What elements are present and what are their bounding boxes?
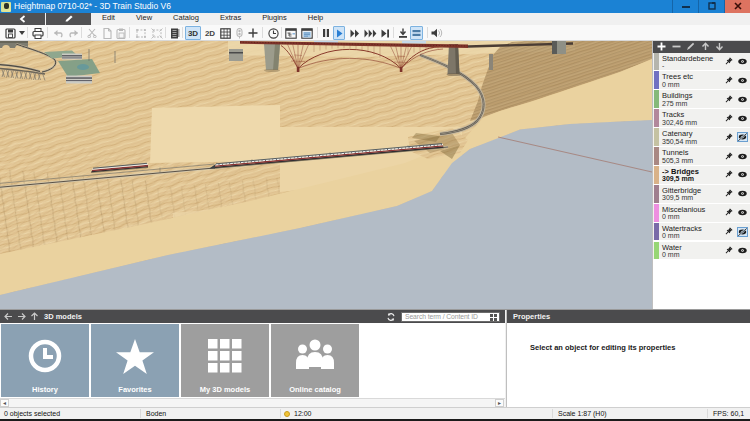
layer-row-tracks[interactable]: Tracks 302,46 mm: [653, 109, 750, 127]
menu-item-view[interactable]: View: [127, 13, 164, 23]
eye-icon: [738, 153, 747, 160]
align-tracks-button[interactable]: [410, 26, 423, 40]
menu-item-extras[interactable]: Extras: [211, 13, 253, 23]
pin-icon[interactable]: [724, 189, 733, 198]
models-panel: 3D models Search term / Content ID Histo…: [0, 310, 505, 407]
pin-icon[interactable]: [724, 57, 733, 66]
layer-row-trees-etc[interactable]: Trees etc 0 mm: [653, 71, 750, 89]
pin-icon[interactable]: [724, 246, 733, 255]
nav-forward-icon[interactable]: [17, 312, 26, 321]
grid-toggle-button[interactable]: [218, 26, 232, 40]
edit-layer-icon[interactable]: [686, 42, 695, 51]
scroll-right-button[interactable]: ▸: [495, 399, 504, 407]
pin-icon[interactable]: [724, 114, 733, 123]
pin-icon[interactable]: [724, 133, 733, 142]
pin-icon[interactable]: [724, 95, 733, 104]
save-dropdown-button[interactable]: [18, 26, 26, 40]
maximize-button[interactable]: [698, 0, 724, 13]
layer-name: Standardebene: [662, 54, 713, 63]
menu-item-edit[interactable]: Edit: [93, 13, 127, 23]
view-2d-button[interactable]: 2D: [203, 26, 217, 40]
layer-visibility-toggle[interactable]: [737, 227, 748, 237]
layer-visibility-toggle[interactable]: [737, 246, 748, 256]
pin-icon[interactable]: [724, 170, 733, 179]
print-button[interactable]: [31, 26, 45, 40]
scroll-left-button[interactable]: ◂: [0, 399, 9, 407]
menu-item-help[interactable]: Help: [299, 13, 335, 23]
layer-visibility-toggle[interactable]: [737, 132, 748, 142]
fastest-forward-button[interactable]: [362, 26, 378, 40]
fast-forward-button[interactable]: [348, 26, 361, 40]
play-button[interactable]: [333, 26, 345, 40]
view-3d-button[interactable]: 3D: [185, 26, 201, 40]
daytime-button[interactable]: [266, 26, 280, 40]
layer-visibility-toggle[interactable]: [737, 170, 748, 180]
nav-up-icon[interactable]: [30, 312, 39, 321]
remove-layer-icon[interactable]: [672, 42, 681, 51]
layer-visibility-toggle[interactable]: [737, 113, 748, 123]
layer-visibility-toggle[interactable]: [737, 208, 748, 218]
view-mode-grid-icon[interactable]: [490, 314, 497, 321]
toggle-properties-button[interactable]: [300, 26, 314, 40]
tile-online-catalog[interactable]: Online catalog: [271, 324, 359, 397]
toolbar-separator: [427, 27, 428, 38]
cut-button[interactable]: [85, 26, 99, 40]
sound-button[interactable]: [430, 26, 444, 40]
copy-button[interactable]: [100, 26, 114, 40]
layer-row-watertracks[interactable]: Watertracks 0 mm: [653, 223, 750, 241]
menu-item-catalog[interactable]: Catalog: [164, 13, 211, 23]
layer-row-bridges[interactable]: -> Bridges 309,5 mm: [653, 166, 750, 184]
pin-icon[interactable]: [724, 208, 733, 217]
layer-list-button[interactable]: [168, 26, 182, 40]
undo-button[interactable]: [51, 26, 65, 40]
refresh-icon[interactable]: [386, 312, 396, 322]
add-layer-icon[interactable]: [657, 42, 666, 51]
models-scrollbar[interactable]: ◂ ▸: [0, 398, 505, 407]
layer-row-buildings[interactable]: Buildings 275 mm: [653, 90, 750, 108]
parallel-tracks-icon: [412, 29, 421, 37]
redo-button[interactable]: [66, 26, 80, 40]
pin-icon[interactable]: [724, 152, 733, 161]
layer-row-miscelanious[interactable]: Miscelanious 0 mm: [653, 204, 750, 222]
pause-button[interactable]: [320, 26, 332, 40]
ground-mode-button[interactable]: [396, 26, 409, 40]
select-scale-button[interactable]: [149, 26, 164, 40]
edit-mode-tab[interactable]: [46, 13, 91, 25]
back-tab-button[interactable]: [0, 13, 45, 25]
close-button[interactable]: [724, 0, 750, 13]
minimize-button[interactable]: [672, 0, 698, 13]
layer-visibility-toggle[interactable]: [737, 57, 748, 67]
search-input[interactable]: Search term / Content ID: [401, 312, 500, 323]
layer-height-value: 0 mm: [662, 232, 680, 239]
toggle-catalog-button[interactable]: [284, 26, 298, 40]
pin-icon[interactable]: [724, 76, 733, 85]
layer-visibility-toggle[interactable]: [737, 94, 748, 104]
viewport-3d[interactable]: [0, 41, 652, 310]
layer-row-catenary[interactable]: Catenary 350,54 mm: [653, 128, 750, 146]
layer-row-standardebene[interactable]: Standardebene -: [653, 53, 750, 71]
tile-favorites[interactable]: Favorites: [91, 324, 179, 397]
paste-button[interactable]: [114, 26, 128, 40]
move-layer-down-icon[interactable]: [715, 42, 724, 51]
layer-row-tunnels[interactable]: Tunnels 505,3 mm: [653, 147, 750, 165]
select-move-button[interactable]: [133, 26, 148, 40]
transform-icon: [151, 28, 163, 39]
status-current-layer: Boden: [146, 408, 166, 419]
move-layer-up-icon[interactable]: [701, 42, 710, 51]
skip-end-button[interactable]: [379, 26, 391, 40]
tile-history[interactable]: History: [1, 324, 89, 397]
add-object-button[interactable]: [246, 26, 259, 40]
layer-visibility-toggle[interactable]: [737, 189, 748, 199]
save-button[interactable]: [2, 26, 18, 40]
layer-row-water[interactable]: Water 0 mm: [653, 242, 750, 260]
tile-my-3d-models[interactable]: My 3D models: [181, 324, 269, 397]
signal-button[interactable]: [233, 26, 245, 40]
properties-header: Properties: [507, 310, 750, 323]
pin-icon[interactable]: [724, 227, 733, 236]
layer-visibility-toggle[interactable]: [737, 151, 748, 161]
layer-visibility-toggle[interactable]: [737, 75, 748, 85]
layer-height-value: 309,5 mm: [662, 175, 694, 182]
menu-item-plugins[interactable]: Plugins: [253, 13, 299, 23]
nav-back-icon[interactable]: [4, 312, 13, 321]
layer-row-gitterbridge[interactable]: Gitterbridge 309,5 mm: [653, 185, 750, 203]
